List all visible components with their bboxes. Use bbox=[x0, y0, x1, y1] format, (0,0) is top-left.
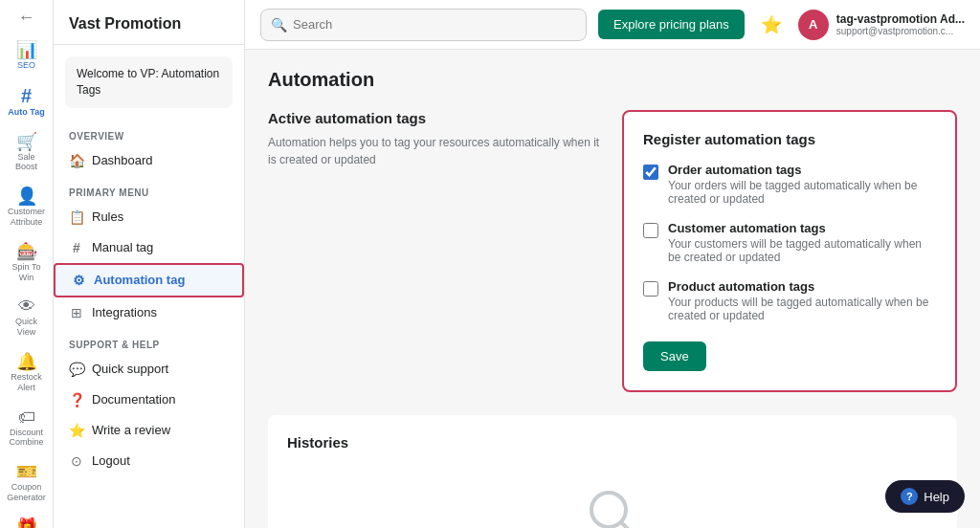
empty-state: No automation tags found Try changing th… bbox=[287, 466, 938, 528]
sidebar-label-documentation: Documentation bbox=[92, 392, 175, 407]
nav-label-quickview: Quick View bbox=[8, 317, 46, 338]
nav-label-saleboost: Sale Boost bbox=[8, 152, 46, 173]
saleboost-icon: 🛒 bbox=[16, 133, 37, 150]
user-badge[interactable]: A tag-vastpromotion Ad... support@vastpr… bbox=[798, 10, 965, 40]
sidebar-item-quicksupport[interactable]: 💬 Quick support bbox=[54, 354, 244, 385]
dashboard-icon: 🏠 bbox=[69, 153, 84, 168]
nav-item-seo[interactable]: 📊 SEO bbox=[4, 35, 50, 77]
nav-item-spin[interactable]: 🎰 Spin To Win bbox=[4, 237, 50, 289]
active-tags-heading: Active automation tags bbox=[268, 110, 603, 126]
nav-item-restock[interactable]: 🔔 Restock Alert bbox=[4, 347, 50, 399]
svg-line-1 bbox=[621, 522, 635, 528]
product-tag-desc: Your products will be tagged automatical… bbox=[668, 296, 936, 322]
help-label: Help bbox=[924, 490, 949, 504]
product-tag-row: Product automation tags Your products wi… bbox=[643, 279, 936, 322]
discount-icon: 🏷 bbox=[18, 408, 35, 426]
app-title: Vast Promotion bbox=[69, 15, 229, 33]
section-label-support: SUPPORT & HELP bbox=[54, 328, 244, 354]
order-tag-row: Order automation tags Your orders will b… bbox=[643, 163, 936, 206]
product-tag-label: Product automation tags bbox=[668, 279, 936, 294]
customer-tag-option: Customer automation tags Your customers … bbox=[643, 221, 936, 264]
quicksupport-icon: 💬 bbox=[69, 362, 84, 377]
nav-item-discount[interactable]: 🏷 Discount Combine bbox=[4, 403, 50, 454]
sidebar-item-dashboard[interactable]: 🏠 Dashboard bbox=[54, 145, 244, 176]
customer-tag-content: Customer automation tags Your customers … bbox=[668, 221, 936, 264]
page-title: Automation bbox=[268, 69, 957, 91]
spin-icon: 🎰 bbox=[16, 243, 37, 260]
nav-item-loyalty[interactable]: 🎁 Loyalty bbox=[4, 513, 50, 528]
empty-search-icon bbox=[584, 485, 641, 528]
customer-tag-checkbox[interactable] bbox=[643, 223, 658, 238]
sidebar-item-documentation[interactable]: ❓ Documentation bbox=[54, 385, 244, 415]
nav-label-spin: Spin To Win bbox=[8, 262, 46, 283]
quickview-icon: 👁 bbox=[18, 297, 35, 315]
nav-label-autotag: Auto Tag bbox=[8, 107, 44, 118]
sidebar-label-integrations: Integrations bbox=[92, 305, 157, 319]
sidebar-header: Vast Promotion bbox=[54, 0, 244, 45]
sidebar-label-dashboard: Dashboard bbox=[92, 153, 153, 167]
sidebar-item-logout[interactable]: ⊙ Logout bbox=[54, 446, 244, 476]
icon-navigation: ← 📊 SEO # Auto Tag 🛒 Sale Boost 👤 Custom… bbox=[0, 0, 54, 528]
register-panel: Register automation tags Order automatio… bbox=[622, 110, 957, 392]
main-wrapper: 🔍 Explore pricing plans ⭐ A tag-vastprom… bbox=[245, 0, 980, 528]
search-input[interactable] bbox=[293, 17, 576, 32]
topbar: 🔍 Explore pricing plans ⭐ A tag-vastprom… bbox=[245, 0, 980, 50]
customer-tag-label: Customer automation tags bbox=[668, 221, 936, 235]
main-content: Automation Active automation tags Automa… bbox=[245, 50, 980, 528]
sidebar-item-rules[interactable]: 📋 Rules bbox=[54, 202, 244, 232]
nav-label-restock: Restock Alert bbox=[8, 372, 46, 393]
star-favorite-button[interactable]: ⭐ bbox=[756, 10, 787, 40]
product-tag-content: Product automation tags Your products wi… bbox=[668, 279, 936, 322]
seo-icon: 📊 bbox=[16, 41, 37, 58]
sidebar-label-automationtag: Automation tag bbox=[94, 273, 185, 287]
documentation-icon: ❓ bbox=[69, 392, 84, 407]
sidebar-item-writereview[interactable]: ⭐ Write a review bbox=[54, 415, 244, 446]
order-tag-option: Order automation tags Your orders will b… bbox=[643, 163, 936, 206]
help-circle-icon: ? bbox=[901, 488, 918, 505]
explore-pricing-button[interactable]: Explore pricing plans bbox=[598, 10, 745, 39]
active-tags-panel: Active automation tags Automation helps … bbox=[268, 110, 603, 392]
sidebar-label-quicksupport: Quick support bbox=[92, 362, 168, 376]
nav-label-customer: Customer Attribute bbox=[8, 207, 46, 228]
sidebar-item-manualtag[interactable]: # Manual tag bbox=[54, 232, 244, 263]
search-bar[interactable]: 🔍 bbox=[260, 9, 587, 41]
nav-label-discount: Discount Combine bbox=[8, 428, 46, 449]
save-button[interactable]: Save bbox=[643, 341, 706, 371]
help-button[interactable]: ? Help bbox=[885, 480, 965, 513]
section-label-overview: OVERVIEW bbox=[54, 120, 244, 145]
integrations-icon: ⊞ bbox=[69, 305, 84, 320]
customer-tag-row: Customer automation tags Your customers … bbox=[643, 221, 936, 264]
user-email: support@vastpromotion.c... bbox=[836, 26, 965, 36]
product-tag-checkbox[interactable] bbox=[643, 281, 658, 297]
manualtag-icon: # bbox=[69, 240, 84, 255]
sidebar-welcome-banner: Welcome to VP: Automation Tags bbox=[65, 56, 233, 108]
autotag-icon: # bbox=[21, 86, 32, 105]
sidebar-label-manualtag: Manual tag bbox=[92, 240, 153, 254]
histories-title: Histories bbox=[287, 434, 938, 451]
search-icon: 🔍 bbox=[271, 17, 287, 33]
order-tag-checkbox[interactable] bbox=[643, 165, 658, 180]
sidebar-item-automationtag[interactable]: ⚙ Automation tag bbox=[54, 263, 244, 297]
sidebar-label-rules: Rules bbox=[92, 209, 123, 224]
coupon-icon: 🎫 bbox=[16, 463, 37, 480]
nav-item-autotag[interactable]: # Auto Tag bbox=[4, 80, 50, 123]
nav-item-quickview[interactable]: 👁 Quick View bbox=[4, 292, 50, 343]
user-info: tag-vastpromotion Ad... support@vastprom… bbox=[836, 12, 965, 36]
histories-section: Histories No automation tags found Try c… bbox=[268, 415, 957, 528]
nav-item-customer[interactable]: 👤 Customer Attribute bbox=[4, 182, 50, 233]
back-button[interactable]: ← bbox=[4, 8, 50, 28]
sidebar: Vast Promotion Welcome to VP: Automation… bbox=[54, 0, 245, 528]
sidebar-label-logout: Logout bbox=[92, 453, 130, 468]
logout-icon: ⊙ bbox=[69, 453, 84, 469]
active-tags-description: Automation helps you to tag your resourc… bbox=[268, 134, 603, 168]
section-label-primary: PRIMARY MENU bbox=[54, 176, 244, 202]
order-tag-label: Order automation tags bbox=[668, 163, 936, 177]
avatar: A bbox=[798, 10, 829, 40]
register-panel-title: Register automation tags bbox=[643, 131, 936, 147]
nav-item-coupon[interactable]: 🎫 Coupon Generator bbox=[4, 457, 50, 509]
user-name: tag-vastpromotion Ad... bbox=[836, 12, 965, 26]
nav-item-saleboost[interactable]: 🛒 Sale Boost bbox=[4, 127, 50, 179]
sidebar-item-integrations[interactable]: ⊞ Integrations bbox=[54, 297, 244, 328]
order-tag-desc: Your orders will be tagged automatically… bbox=[668, 179, 936, 206]
sidebar-label-writereview: Write a review bbox=[92, 423, 170, 437]
